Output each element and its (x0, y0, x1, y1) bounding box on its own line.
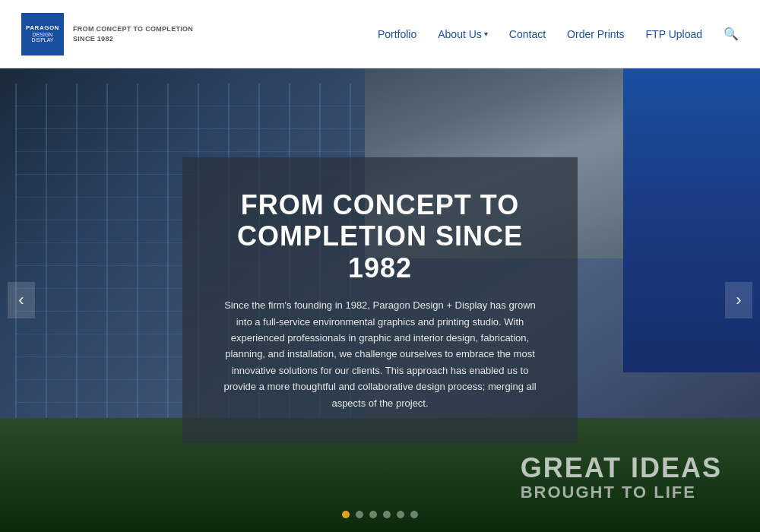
slider-dots (342, 511, 418, 518)
nav-portfolio[interactable]: Portfolio (378, 28, 416, 40)
slider-dot-3[interactable] (369, 511, 377, 518)
hero-sign: GREAT IDEAS BROUGHT to LIFE (521, 453, 722, 502)
slider-dot-1[interactable] (342, 511, 350, 518)
chevron-left-icon: ‹ (18, 290, 24, 310)
building-right (623, 68, 760, 372)
main-nav: Portfolio About Us ▾ Contact Order Print… (378, 27, 739, 41)
hero-title: FROM CONCEPT TOCOMPLETION SINCE 1982 (219, 189, 541, 283)
hero-overlay: FROM CONCEPT TOCOMPLETION SINCE 1982 Sin… (182, 157, 578, 443)
site-header: PARAGON DESIGN DISPLAY FROM CONCEPT TO C… (0, 0, 760, 68)
logo-paragon: PARAGON (26, 24, 59, 32)
slider-dot-4[interactable] (383, 511, 391, 518)
search-icon: 🔍 (724, 27, 739, 40)
nav-about-us[interactable]: About Us ▾ (438, 28, 488, 40)
logo-area: PARAGON DESIGN DISPLAY FROM CONCEPT TO C… (21, 13, 193, 55)
logo-design: DESIGN (33, 32, 53, 38)
slider-dot-5[interactable] (397, 511, 404, 518)
logo-tagline: FROM CONCEPT TO COMPLETION SINCE 1982 (73, 24, 193, 43)
nav-ftp-upload[interactable]: FTP Upload (646, 28, 702, 40)
hero-section: GREAT IDEAS BROUGHT to LIFE FROM CONCEPT… (0, 68, 760, 532)
nav-contact[interactable]: Contact (509, 28, 546, 40)
hero-body: Since the firm's founding in 1982, Parag… (219, 297, 541, 411)
nav-order-prints[interactable]: Order Prints (567, 28, 624, 40)
slider-next-button[interactable]: › (725, 282, 752, 318)
slider-dot-6[interactable] (410, 511, 418, 518)
chevron-down-icon: ▾ (484, 30, 488, 38)
chevron-right-icon: › (736, 290, 741, 310)
slider-dot-2[interactable] (356, 511, 363, 518)
logo-box: PARAGON DESIGN DISPLAY (21, 13, 64, 55)
logo-display: DISPLAY (31, 37, 53, 43)
slider-prev-button[interactable]: ‹ (8, 282, 35, 318)
search-button[interactable]: 🔍 (724, 27, 739, 41)
